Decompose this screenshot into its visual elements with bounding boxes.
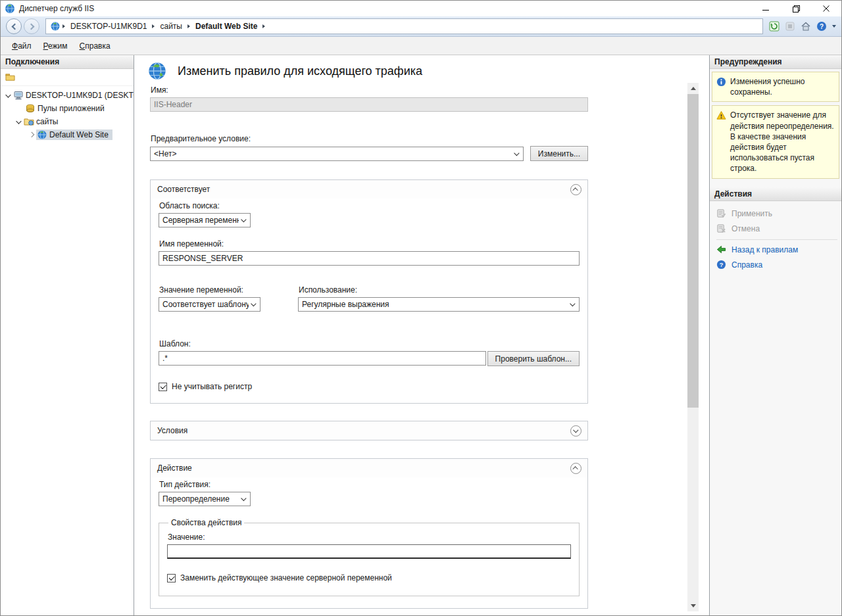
addressbar-tools: ? xyxy=(768,21,836,32)
variable-name-input[interactable] xyxy=(159,251,580,266)
collapse-icon[interactable] xyxy=(570,463,582,474)
svg-text:?: ? xyxy=(819,23,823,30)
chevron-down-icon[interactable] xyxy=(3,93,12,97)
action-section: Действие Тип действия: Переопределение С… xyxy=(150,458,588,609)
breadcrumb-arrow-icon xyxy=(187,24,190,28)
menubar: Файл Режим Справка xyxy=(1,37,841,55)
sites-folder-icon xyxy=(24,116,34,127)
chevron-down-icon[interactable] xyxy=(14,120,23,124)
content-row: Подключения DESKTOP-U1MK9D1 (DESKTOP xyxy=(1,55,841,615)
chevron-down-icon xyxy=(568,302,578,306)
svg-text:?: ? xyxy=(720,262,724,268)
scrollbar-thumb[interactable] xyxy=(687,94,699,408)
apply-label: Применить xyxy=(731,209,772,218)
save-connection-icon[interactable] xyxy=(5,72,16,83)
apply-button: Применить xyxy=(716,206,837,222)
action-properties-group: Свойства действия Значение: Заменить дей… xyxy=(159,518,580,596)
variable-value-label: Значение переменной: xyxy=(159,285,298,295)
conditions-section-header[interactable]: Условия xyxy=(151,421,587,440)
alerts-area: Изменения успешно сохранены. Отсутствует… xyxy=(710,69,841,187)
usage-select[interactable]: Регулярные выражения xyxy=(298,297,580,312)
back-button[interactable] xyxy=(6,18,22,34)
ignore-case-checkbox[interactable] xyxy=(159,383,167,391)
actions-separator xyxy=(716,239,837,240)
breadcrumb: DESKTOP-U1MK9D1 сайты Default Web Site xyxy=(45,18,763,34)
collapse-icon[interactable] xyxy=(570,184,582,195)
main-content: Изменить правило для исходящего трафика … xyxy=(134,55,710,615)
ignore-case-row: Не учитывать регистр xyxy=(159,382,580,391)
vertical-scrollbar[interactable] xyxy=(687,83,699,611)
scroll-down-icon[interactable] xyxy=(687,600,699,611)
scope-select[interactable]: Серверная переменн xyxy=(159,213,251,227)
action-type-label: Тип действия: xyxy=(159,480,580,489)
breadcrumb-current-site[interactable]: Default Web Site xyxy=(192,22,260,31)
variable-value-value: Соответствует шаблону xyxy=(162,300,249,309)
tree-item-default-web-site[interactable]: Default Web Site xyxy=(1,128,134,141)
chevron-down-icon xyxy=(239,497,249,501)
breadcrumb-arrow-icon xyxy=(152,24,155,28)
edit-precondition-button[interactable]: Изменить... xyxy=(530,146,588,161)
precondition-select[interactable]: <Нет> xyxy=(150,147,524,161)
cancel-label: Отмена xyxy=(731,224,760,233)
help-icon[interactable]: ? xyxy=(816,21,827,32)
back-arrow-icon xyxy=(11,23,18,30)
expand-icon[interactable] xyxy=(570,425,582,437)
name-input xyxy=(150,97,588,112)
connections-panel: Подключения DESKTOP-U1MK9D1 (DESKTOP xyxy=(1,55,134,615)
tree-item-app-pools[interactable]: Пулы приложений xyxy=(1,102,134,115)
breadcrumb-sites[interactable]: сайты xyxy=(157,22,186,31)
action-type-select[interactable]: Переопределение xyxy=(159,492,251,506)
precondition-label: Предварительное условие: xyxy=(151,134,588,143)
chevron-down-icon xyxy=(512,152,522,156)
rule-form: Имя: Предварительное условие: <Нет> Изме… xyxy=(150,85,588,609)
action-section-title: Действие xyxy=(157,463,570,473)
match-section-header[interactable]: Соответствует xyxy=(151,180,587,199)
window-controls xyxy=(751,1,841,16)
scroll-up-icon[interactable] xyxy=(687,83,699,94)
tree-item-server[interactable]: DESKTOP-U1MK9D1 (DESKTOP xyxy=(1,89,134,102)
page-globe-icon xyxy=(147,61,167,81)
cancel-button: Отмена xyxy=(716,222,837,237)
tree-label-app-pools: Пулы приложений xyxy=(37,104,105,113)
action-section-header[interactable]: Действие xyxy=(151,459,587,477)
iis-manager-window: Диспетчер служб IIS DESKTOP-U1MK9D1 сайт… xyxy=(0,0,842,616)
pattern-input[interactable] xyxy=(159,351,486,366)
replace-value-checkbox[interactable] xyxy=(167,574,176,582)
connections-header: Подключения xyxy=(1,55,134,69)
chevron-right-icon[interactable] xyxy=(27,133,36,137)
ignore-case-label: Не учитывать регистр xyxy=(172,382,252,391)
tree-item-sites[interactable]: сайты xyxy=(1,115,134,128)
help-dropdown-icon[interactable] xyxy=(832,25,836,28)
forward-arrow-icon xyxy=(28,23,34,30)
home-icon[interactable] xyxy=(800,21,811,32)
selected-tree-item[interactable]: Default Web Site xyxy=(36,130,112,140)
test-pattern-button[interactable]: Проверить шаблон... xyxy=(487,351,580,366)
back-to-rules-label: Назад к правилам xyxy=(731,245,798,254)
warning-icon xyxy=(716,110,726,120)
usage-label: Использование: xyxy=(299,285,580,295)
match-section-body: Область поиска: Серверная переменн Имя п… xyxy=(151,199,587,403)
restore-button[interactable] xyxy=(781,1,811,16)
back-to-rules-link[interactable]: Назад к правилам xyxy=(716,243,837,258)
tree-label-default-web-site: Default Web Site xyxy=(49,130,109,139)
window-title: Диспетчер служб IIS xyxy=(19,4,94,13)
restart-icon[interactable] xyxy=(768,21,780,32)
usage-value: Регулярные выражения xyxy=(302,300,568,309)
minimize-button[interactable] xyxy=(751,1,781,16)
info-alert: Изменения успешно сохранены. xyxy=(712,72,839,102)
action-properties-legend: Свойства действия xyxy=(168,518,244,527)
menu-file[interactable]: Файл xyxy=(6,38,37,54)
close-button[interactable] xyxy=(811,1,841,16)
help-link[interactable]: ? Справка xyxy=(716,258,837,273)
stop-icon xyxy=(784,21,795,32)
scrollbar-track[interactable] xyxy=(687,94,699,600)
breadcrumb-server[interactable]: DESKTOP-U1MK9D1 xyxy=(67,22,150,31)
menu-help[interactable]: Справка xyxy=(74,38,116,54)
variable-value-select[interactable]: Соответствует шаблону xyxy=(159,297,260,312)
action-value-input[interactable] xyxy=(167,544,571,559)
menu-view[interactable]: Режим xyxy=(37,38,74,54)
variable-name-label: Имя переменной: xyxy=(159,239,580,249)
tree-label-sites: сайты xyxy=(36,117,59,126)
warning-alert: Отсутствует значение для действия переоп… xyxy=(712,105,839,178)
replace-value-label: Заменить действующее значение серверной … xyxy=(180,573,392,582)
